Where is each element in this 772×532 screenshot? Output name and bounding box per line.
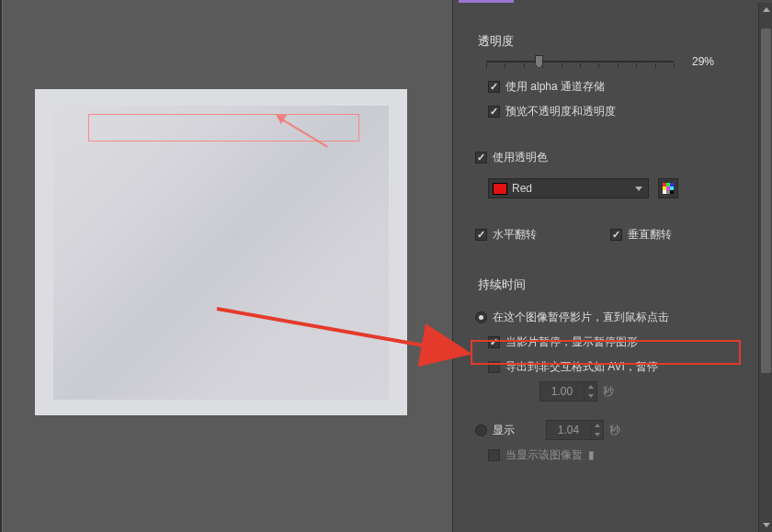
- use-alpha-label: 使用 alpha 通道存储: [505, 79, 605, 95]
- canvas-area: [0, 0, 452, 532]
- display-spinner[interactable]: 1.04: [546, 420, 604, 440]
- duration-title: 持续时间: [478, 277, 755, 293]
- spinner-down-icon[interactable]: [591, 430, 603, 439]
- display-radio[interactable]: [475, 424, 487, 436]
- flip-v-label: 垂直翻转: [628, 227, 672, 243]
- export-pause-label: 导出到非交互格式如 AVI，暂停: [505, 359, 658, 375]
- export-pause-unit: 秒: [603, 384, 614, 400]
- truncated-text: ▮: [588, 448, 595, 461]
- display-value: 1.04: [547, 424, 590, 436]
- spinner-down-icon[interactable]: [585, 391, 596, 401]
- opacity-section: 透明度 29% 使用 alpha 通道存储: [453, 33, 772, 123]
- palette-icon: [663, 183, 674, 194]
- spinner-up-icon[interactable]: [591, 421, 603, 430]
- display-current-checkbox[interactable]: [488, 449, 500, 461]
- export-pause-value: 1.00: [540, 385, 584, 398]
- trans-color-section: 使用透明色 Red: [453, 145, 772, 200]
- trans-color-combo[interactable]: Red: [488, 178, 649, 198]
- opacity-value: 29%: [692, 55, 738, 68]
- chevron-down-icon: [763, 523, 770, 527]
- display-current-label: 当显示该图像暂: [505, 447, 583, 463]
- preview-canvas[interactable]: [35, 89, 407, 415]
- trans-color-value: Red: [512, 182, 629, 195]
- left-gutter: [0, 0, 3, 532]
- show-pause-graphic-label: 当影片暂停，显示暂停图形: [505, 334, 638, 350]
- export-pause-spinner[interactable]: 1.00: [539, 381, 597, 402]
- pause-label: 在这个图像暂停影片，直到鼠标点击: [493, 310, 669, 325]
- color-swatch-icon: [493, 183, 507, 195]
- pause-radio[interactable]: [475, 311, 487, 323]
- display-label: 显示: [493, 423, 515, 438]
- flip-h-label: 水平翻转: [493, 227, 537, 243]
- preview-opacity-checkbox[interactable]: [488, 106, 500, 118]
- opacity-slider[interactable]: [486, 55, 674, 68]
- color-picker-button[interactable]: [658, 178, 678, 198]
- use-trans-color-checkbox[interactable]: [475, 152, 487, 164]
- flip-section: 水平翻转 垂直翻转: [453, 221, 772, 247]
- properties-panel: 透明度 29% 使用 alpha 通道存储: [452, 0, 772, 532]
- display-unit: 秒: [609, 423, 620, 438]
- chevron-up-icon: [763, 7, 770, 12]
- active-tab-indicator: [459, 0, 514, 3]
- opacity-title: 透明度: [478, 33, 755, 50]
- show-pause-graphic-checkbox[interactable]: [488, 336, 500, 348]
- duration-section: 持续时间 在这个图像暂停影片，直到鼠标点击 当影片暂停，显示暂停图形 导出到非交…: [453, 277, 772, 467]
- export-pause-checkbox[interactable]: [488, 361, 500, 373]
- scroll-down-button[interactable]: [759, 518, 772, 532]
- use-trans-color-label: 使用透明色: [493, 150, 548, 165]
- combo-caret-icon: [633, 187, 644, 191]
- preview-image: [53, 106, 389, 400]
- selection-rect[interactable]: [88, 114, 359, 141]
- use-alpha-checkbox[interactable]: [488, 81, 500, 93]
- spinner-up-icon[interactable]: [585, 382, 596, 391]
- flip-h-checkbox[interactable]: [475, 229, 487, 241]
- scroll-up-button[interactable]: [759, 3, 772, 17]
- preview-opacity-label: 预览不透明度和透明度: [505, 104, 616, 119]
- flip-v-checkbox[interactable]: [610, 229, 622, 241]
